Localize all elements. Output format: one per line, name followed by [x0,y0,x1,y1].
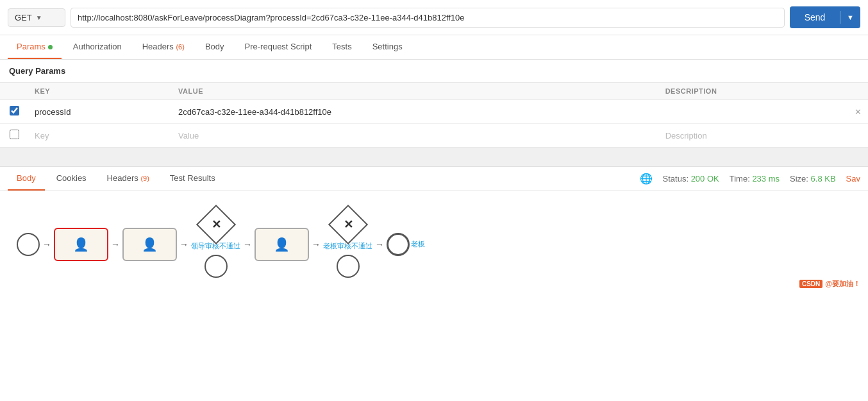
bpmn-task-active: 👤 [54,228,108,261]
bpmn-gateway-1: ✕ [196,205,235,244]
bpmn-reject-end-1 [204,255,228,278]
row-delete[interactable]: ✕ [848,100,868,124]
gateway-x-icon-2: ✕ [343,218,353,232]
bpmn-arrow: → [372,239,387,250]
row-key[interactable]: processId [28,100,172,124]
tab-settings[interactable]: Settings [363,35,412,59]
gateway-x-icon: ✕ [211,218,221,232]
url-input[interactable] [71,8,785,28]
globe-icon: 🌐 [640,173,653,185]
tab-response-body[interactable]: Body [8,167,45,191]
person-icon: 👤 [142,237,158,252]
table-row: processId 2cd67ca3-c32e-11ee-a344-d41b81… [0,100,868,124]
person-icon: 👤 [73,237,89,252]
bpmn-diagram: → 👤 → 👤 → ✕ 领导审核不通过 → 👤 → ✕ 老板 [10,210,858,278]
chevron-down-icon[interactable]: ▼ [840,13,860,21]
response-status-area: 🌐 Status: 200 OK Time: 233 ms Size: 6.8 … [640,173,860,185]
bpmn-end-event [387,233,410,256]
tab-prerequest[interactable]: Pre-request Script [236,35,321,59]
params-dot [48,45,53,49]
row-checkbox-cell [0,100,28,124]
tab-headers[interactable]: Headers (6) [133,35,194,59]
row-checkbox[interactable] [10,106,19,115]
col-checkbox [0,83,28,100]
params-table: KEY VALUE DESCRIPTION processId 2cd67ca3… [0,82,868,148]
person-icon: 👤 [274,237,290,252]
end-label: 老板 [411,239,425,249]
row-description [659,100,848,124]
chevron-down-icon: ▼ [36,14,42,21]
col-description: DESCRIPTION [659,83,848,100]
col-key: KEY [28,83,172,100]
response-tabs-bar: Body Cookies Headers (9) Test Results 🌐 … [0,167,868,191]
bpmn-gateway-2: ✕ [328,205,367,244]
tab-tests[interactable]: Tests [323,35,360,59]
tab-response-headers[interactable]: Headers (9) [98,167,158,191]
tab-body[interactable]: Body [196,35,233,59]
empty-row-checkbox[interactable] [10,130,19,139]
section-divider [0,148,868,167]
request-tabs-bar: Params Authorization Headers (6) Body Pr… [0,35,868,60]
save-link[interactable]: Sav [846,174,860,183]
query-params-label: Query Params [0,60,868,82]
bpmn-task-3: 👤 [255,228,309,261]
empty-description[interactable]: Description [659,124,848,148]
table-row-empty: Key Value Description [0,124,868,148]
csdn-badge: CSDN [799,280,822,288]
send-button[interactable]: Send ▼ [790,6,860,28]
col-value: VALUE [172,83,659,100]
csdn-subtext: @要加油！ [825,279,860,289]
bpmn-arrow: → [40,239,54,250]
status-label: Status: 200 OK [663,174,719,183]
tab-cookies[interactable]: Cookies [47,167,96,191]
bpmn-arrow: → [309,239,323,250]
size-label: Size: 6.8 KB [790,174,836,183]
bpmn-reject-end-2 [337,255,360,278]
tab-params[interactable]: Params [8,35,62,59]
send-label: Send [790,12,840,22]
method-select[interactable]: GET ▼ [8,8,65,27]
bpmn-gateway-2-wrap: ✕ 老板审核不通过 [323,210,372,278]
method-label: GET [15,13,32,22]
bpmn-start-event [17,233,40,256]
bpmn-gateway-1-wrap: ✕ 领导审核不通过 [191,210,240,278]
tab-authorization[interactable]: Authorization [64,35,131,59]
empty-key[interactable]: Key [28,124,172,148]
row-value[interactable]: 2cd67ca3-c32e-11ee-a344-d41b812ff10e [172,100,659,124]
csdn-watermark: CSDN @要加油！ [799,279,860,289]
tab-test-results[interactable]: Test Results [161,167,224,191]
time-label: Time: 233 ms [730,174,780,183]
bpmn-arrow: → [240,239,255,250]
bpmn-task-2: 👤 [122,228,177,261]
bpmn-arrow: → [108,239,122,250]
response-body: → 👤 → 👤 → ✕ 领导审核不通过 → 👤 → ✕ 老板 [0,191,868,294]
bpmn-arrow: → [177,239,191,250]
empty-value[interactable]: Value [172,124,659,148]
request-bar: GET ▼ Send ▼ [0,0,868,35]
col-actions [848,83,868,100]
